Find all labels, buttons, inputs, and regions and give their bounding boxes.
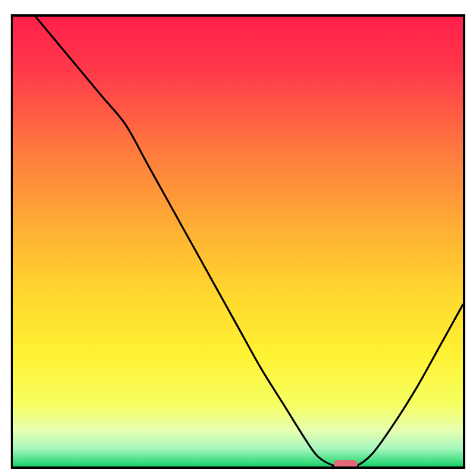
bottleneck-curve (13, 17, 463, 466)
bottleneck-chart: TheBottleneck.com (11, 14, 465, 469)
curve-layer (13, 17, 463, 466)
plot-area (11, 14, 465, 469)
optimal-point-marker (334, 460, 358, 468)
